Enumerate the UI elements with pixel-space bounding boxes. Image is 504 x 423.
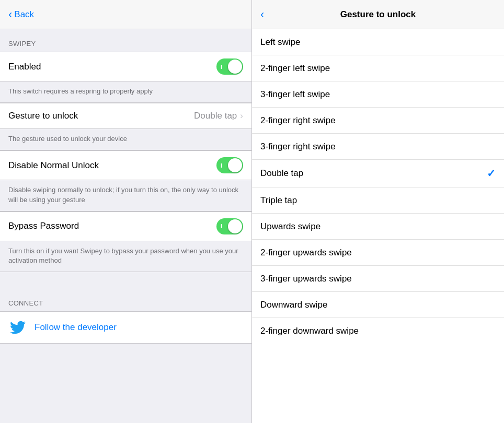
gesture-item-label: 2-finger downward swipe — [260, 326, 359, 336]
gesture-item-label: 3-finger upwards swipe — [260, 274, 352, 284]
swipey-section-header: SWIPEY — [0, 29, 251, 52]
bypass-password-toggle[interactable]: I — [216, 218, 243, 234]
bypass-password-toggle-knob — [228, 219, 242, 233]
gesture-list-item[interactable]: Triple tap — [252, 187, 504, 214]
gesture-item-label: 3-finger right swipe — [260, 142, 336, 152]
gesture-list-item[interactable]: Left swipe — [252, 29, 504, 55]
left-panel: ‹ Back SWIPEY Enabled I This switch requ… — [0, 0, 252, 423]
gesture-item-label: 2-finger left swipe — [260, 63, 330, 74]
connect-section-header: CONNECT — [0, 289, 251, 311]
gesture-item-label: Downward swipe — [260, 300, 328, 310]
disable-unlock-toggle-knob — [228, 158, 242, 172]
bypass-password-toggle-label: I — [221, 223, 222, 229]
enabled-toggle-knob — [228, 60, 242, 74]
gesture-list: Left swipe2-finger left swipe3-finger le… — [252, 29, 504, 344]
gesture-list-item[interactable]: Double tap✓ — [252, 160, 504, 187]
gesture-list-item[interactable]: 2-finger upwards swipe — [252, 240, 504, 266]
right-nav-title: Gesture to unlock — [340, 9, 416, 20]
gesture-list-item[interactable]: Downward swipe — [252, 292, 504, 318]
right-nav-bar: ‹ Gesture to unlock — [252, 0, 504, 29]
disable-unlock-toggle[interactable]: I — [216, 157, 243, 173]
back-label: Back — [14, 9, 34, 20]
gesture-list-item[interactable]: Upwards swipe — [252, 214, 504, 240]
back-button[interactable]: ‹ Back — [8, 9, 34, 20]
bypass-password-label: Bypass Password — [8, 221, 79, 231]
gesture-group: Gesture to unlock Double tap › — [0, 103, 251, 129]
gesture-item-label: Upwards swipe — [260, 221, 320, 232]
gesture-row[interactable]: Gesture to unlock Double tap › — [0, 103, 251, 128]
enabled-toggle-label: I — [221, 64, 222, 70]
gesture-list-item[interactable]: 3-finger upwards swipe — [252, 266, 504, 292]
left-nav-bar: ‹ Back — [0, 0, 251, 29]
gesture-list-item[interactable]: 3-finger right swipe — [252, 134, 504, 160]
gesture-chevron-icon: › — [240, 111, 243, 121]
gesture-item-label: 2-finger upwards swipe — [260, 248, 352, 258]
bypass-password-group: Bypass Password I — [0, 212, 251, 241]
gesture-note: The gesture used to unlock your device — [0, 129, 251, 150]
gesture-item-label: Double tap — [260, 168, 303, 179]
gesture-list-item[interactable]: 3-finger left swipe — [252, 81, 504, 108]
gesture-current-value: Double tap — [194, 111, 237, 121]
gesture-item-label: Triple tap — [260, 195, 297, 206]
gesture-list-item[interactable]: 2-finger downward swipe — [252, 318, 504, 344]
disable-unlock-group: Disable Normal Unlock I — [0, 150, 251, 180]
checkmark-icon: ✓ — [487, 167, 496, 180]
disable-unlock-row: Disable Normal Unlock I — [0, 151, 251, 180]
right-panel: ‹ Gesture to unlock Left swipe2-finger l… — [252, 0, 504, 423]
gesture-item-label: Left swipe — [260, 37, 301, 48]
follow-developer-label: Follow the developer — [35, 322, 117, 333]
enabled-toggle[interactable]: I — [216, 58, 243, 75]
swipey-group: Enabled I — [0, 52, 251, 81]
enabled-label: Enabled — [8, 62, 41, 72]
enabled-row: Enabled I — [0, 52, 251, 81]
gesture-list-item[interactable]: 2-finger left swipe — [252, 55, 504, 81]
right-back-chevron-icon: ‹ — [260, 9, 264, 20]
back-chevron-icon: ‹ — [8, 9, 12, 20]
twitter-row[interactable]: Follow the developer — [0, 311, 251, 344]
right-back-button[interactable]: ‹ — [260, 9, 266, 20]
gesture-unlock-label: Gesture to unlock — [8, 111, 78, 121]
gesture-value-container: Double tap › — [194, 111, 243, 121]
bypass-password-note: Turn this on if you want Swipey to bypas… — [0, 241, 251, 272]
twitter-icon — [8, 318, 27, 337]
gesture-item-label: 3-finger left swipe — [260, 89, 330, 100]
gesture-item-label: 2-finger right swipe — [260, 115, 336, 126]
disable-unlock-toggle-label: I — [221, 162, 222, 169]
disable-unlock-note: Disable swiping normally to unlock; if y… — [0, 180, 251, 211]
gesture-list-item[interactable]: 2-finger right swipe — [252, 108, 504, 134]
bypass-password-row: Bypass Password I — [0, 212, 251, 241]
disable-unlock-label: Disable Normal Unlock — [8, 160, 99, 171]
respring-note: This switch requires a respring to prope… — [0, 81, 251, 103]
connect-section: CONNECT Follow the developer — [0, 289, 251, 344]
